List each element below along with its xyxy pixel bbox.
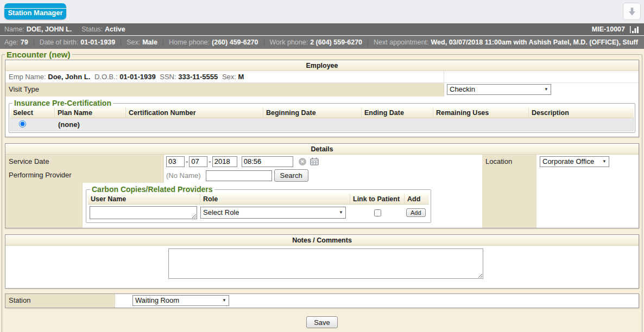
service-date-cell: - - ✕ — [164, 155, 482, 168]
patient-bar: Name: DOE, JOHN L. Status: Active MIE-10… — [0, 23, 644, 36]
encounter-legend: Encounter (new) — [5, 50, 72, 59]
emp-name-pair: Emp Name: Doe, John L. — [9, 73, 92, 81]
service-time-input[interactable] — [242, 156, 293, 167]
performing-provider-cell: (No Name) Search — [164, 168, 482, 183]
station-label: Station — [5, 294, 115, 308]
carbon-copies-input-row: Select Role ▼ Add — [88, 205, 429, 220]
employee-panel: Employee Emp Name: Doe, John L. D.O.B.: … — [5, 60, 639, 137]
link-to-patient-checkbox[interactable] — [374, 209, 381, 216]
notes-body — [5, 246, 639, 288]
role-select[interactable]: Select Role ▼ — [200, 207, 346, 219]
add-button[interactable]: Add — [406, 208, 426, 217]
col-add: Add — [405, 194, 429, 204]
visit-type-row: Visit Type Checkin ▼ — [5, 83, 639, 97]
station-manager-label: Station Manager — [8, 9, 62, 17]
details-header: Details — [5, 144, 639, 155]
patient-name: DOE, JOHN L. — [27, 25, 72, 33]
details-left: Service Date - - ✕ — [5, 155, 482, 228]
work-phone-item: Work phone: 2 (604) 559-6270 — [264, 39, 368, 46]
details-body: Service Date - - ✕ — [5, 155, 639, 228]
dropdown-arrow-icon: ▼ — [602, 157, 607, 167]
dob-item: Date of birth: 01-01-1939 — [34, 39, 121, 46]
emp-ssn-pair: SSN: 333-11-5555 — [160, 73, 220, 81]
save-row: Save — [4, 316, 640, 328]
service-year-input[interactable] — [212, 156, 237, 167]
user-name-input[interactable] — [90, 206, 197, 219]
station-select[interactable]: Waiting Room ▼ — [132, 295, 229, 306]
performing-provider-label: Performing Provider — [5, 168, 164, 183]
performing-provider-row: Performing Provider (No Name) Search — [5, 168, 482, 183]
service-date-label: Service Date — [5, 155, 164, 168]
search-button[interactable]: Search — [274, 169, 308, 182]
col-certification-number: Certification Number — [126, 107, 263, 118]
emp-sex-pair: Sex: M — [222, 73, 244, 81]
location-select[interactable]: Corporate Office ▼ — [540, 156, 609, 167]
insurance-header-row: Select Plan Name Certification Number Be… — [10, 107, 634, 118]
calendar-icon[interactable] — [310, 157, 319, 165]
age-item: Age: 79 — [4, 39, 34, 46]
dropdown-arrow-icon: ▼ — [222, 296, 226, 305]
demographics-bar: Age: 79 Date of birth: 01-01-1939 Sex: M… — [0, 36, 644, 49]
col-role: Role — [200, 194, 350, 204]
insurance-row-none: (none) — [10, 118, 634, 131]
carbon-copies-legend: Carbon Copies/Related Providers — [90, 185, 214, 194]
next-appointment-item: Next appointment: Wed, 03/07/2018 11:00a… — [368, 39, 643, 46]
visit-type-select[interactable]: Checkin ▼ — [447, 84, 551, 95]
employee-info-row: Emp Name: Doe, John L. D.O.B.: 01-01-193… — [5, 71, 639, 83]
col-remaining-uses: Remaining Uses — [433, 107, 529, 118]
date-dash: - — [186, 157, 188, 165]
notes-textarea[interactable] — [168, 248, 483, 279]
carbon-copies-row: Carbon Copies/Related Providers User Nam… — [5, 183, 482, 228]
home-phone-item: Home phone: (260) 459-6270 — [163, 39, 264, 46]
visit-type-label: Visit Type — [5, 83, 444, 97]
col-link-to-patient: Link to Patient — [350, 194, 405, 204]
service-day-input[interactable] — [189, 156, 207, 167]
dropdown-arrow-icon: ▼ — [339, 207, 343, 218]
col-description: Description — [529, 107, 634, 118]
carbon-copies-header-row: User Name Role Link to Patient Add — [88, 194, 429, 205]
col-user-name: User Name — [88, 194, 200, 204]
select-cell — [11, 120, 55, 129]
save-button[interactable]: Save — [306, 316, 338, 328]
precert-radio[interactable] — [19, 120, 26, 127]
chart-icon[interactable] — [629, 25, 640, 34]
employee-info-empty-cell — [444, 71, 639, 82]
col-select: Select — [10, 107, 55, 118]
station-panel: Station Waiting Room ▼ — [5, 293, 639, 308]
status-label: Status: — [81, 25, 103, 33]
station-cell: Waiting Room ▼ — [115, 294, 639, 308]
provider-no-name: (No Name) — [166, 171, 201, 180]
top-header: Station Manager — [0, 0, 644, 23]
emp-dob-pair: D.O.B.: 01-01-1939 — [94, 73, 157, 81]
clear-date-icon[interactable]: ✕ — [299, 158, 306, 165]
visit-type-cell: Checkin ▼ — [444, 83, 639, 97]
encounter-fieldset: Encounter (new) Employee Emp Name: Doe, … — [2, 50, 642, 332]
details-panel: Details Service Date - - ✕ — [5, 143, 639, 228]
col-beginning-date: Beginning Date — [263, 107, 362, 118]
plan-name-cell: (none) — [55, 120, 127, 129]
service-date-row: Service Date - - ✕ — [5, 155, 482, 168]
service-month-input[interactable] — [166, 156, 185, 167]
download-button[interactable] — [623, 3, 641, 20]
location-label: Location — [482, 155, 536, 228]
dropdown-arrow-icon: ▼ — [544, 85, 548, 94]
sex-item: Sex: Male — [121, 39, 163, 46]
employee-info-cell: Emp Name: Doe, John L. D.O.B.: 01-01-193… — [5, 71, 444, 82]
carbon-copies-spacer-label — [5, 183, 83, 228]
employee-header: Employee — [5, 60, 639, 71]
notes-panel: Notes / Comments — [5, 234, 639, 289]
notes-header: Notes / Comments — [5, 235, 639, 246]
date-dash: - — [209, 157, 211, 165]
station-manager-tab[interactable]: Station Manager — [4, 3, 66, 20]
status-value: Active — [105, 25, 125, 33]
carbon-copies-fieldset: Carbon Copies/Related Providers User Nam… — [86, 185, 431, 223]
col-ending-date: Ending Date — [362, 107, 433, 118]
station-row: Station Waiting Room ▼ — [5, 294, 639, 308]
provider-search-input[interactable] — [206, 170, 272, 181]
patient-id: MIE-10007 — [592, 25, 625, 33]
insurance-legend: Insurance Pre-Certification — [12, 99, 113, 107]
insurance-fieldset: Insurance Pre-Certification Select Plan … — [9, 99, 635, 133]
name-label: Name: — [4, 25, 24, 33]
col-plan-name: Plan Name — [55, 107, 126, 118]
download-arrow-icon — [627, 7, 637, 16]
